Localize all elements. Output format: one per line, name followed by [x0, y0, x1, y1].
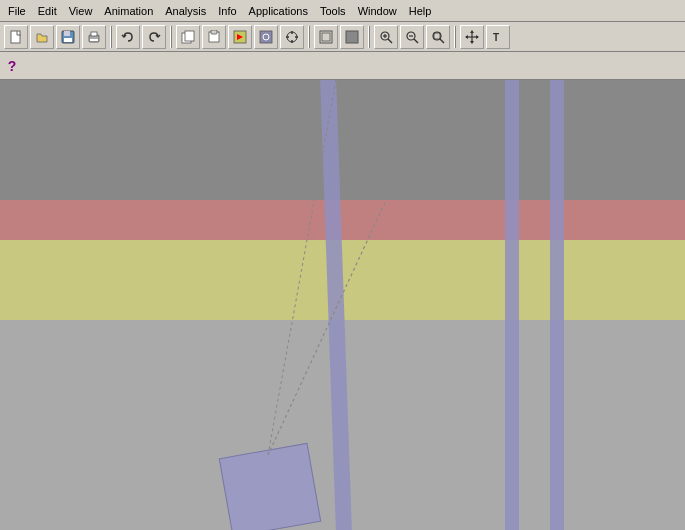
- svg-rect-2: [64, 31, 70, 36]
- undo-button[interactable]: [116, 25, 140, 49]
- menu-animation[interactable]: Animation: [98, 3, 159, 19]
- zoom-out-toolbar-icon: [404, 29, 420, 45]
- svg-rect-8: [185, 31, 194, 41]
- sep1: [110, 26, 112, 48]
- snap-icon: [284, 29, 300, 45]
- wireframe-icon: [318, 29, 334, 45]
- svg-marker-35: [470, 30, 474, 33]
- render2-button[interactable]: [254, 25, 278, 49]
- cursor-mode-indicator: ?: [4, 55, 20, 77]
- toolbar-secondary: ?: [0, 52, 685, 80]
- redo-icon: [146, 29, 162, 45]
- hanging-block[interactable]: [219, 443, 322, 530]
- menu-window[interactable]: Window: [352, 3, 403, 19]
- svg-rect-6: [90, 39, 98, 41]
- save-icon: [60, 29, 76, 45]
- toolbar-main: T: [0, 22, 685, 52]
- svg-line-31: [440, 39, 444, 43]
- move-button[interactable]: [460, 25, 484, 49]
- text-label-button[interactable]: T: [486, 25, 510, 49]
- svg-marker-36: [470, 41, 474, 44]
- svg-rect-32: [434, 33, 440, 39]
- new-button[interactable]: [4, 25, 28, 49]
- zoom-fit-toolbar-icon: [430, 29, 446, 45]
- svg-rect-21: [322, 33, 330, 41]
- svg-rect-13: [260, 31, 272, 43]
- render-icon: [232, 29, 248, 45]
- layer-pink: [0, 200, 685, 240]
- sep5: [454, 26, 456, 48]
- svg-rect-10: [211, 30, 217, 34]
- menu-view[interactable]: View: [63, 3, 99, 19]
- copy-view-button[interactable]: [176, 25, 200, 49]
- svg-rect-3: [64, 38, 72, 42]
- menu-help[interactable]: Help: [403, 3, 438, 19]
- column-3: [550, 80, 564, 530]
- svg-rect-5: [91, 32, 97, 36]
- new-icon: [8, 29, 24, 45]
- 3d-viewport[interactable]: [0, 80, 685, 530]
- text-label-icon: T: [490, 29, 506, 45]
- zoom-out-toolbar-button[interactable]: [400, 25, 424, 49]
- layer-gray-top: [0, 80, 685, 200]
- svg-text:T: T: [493, 32, 499, 43]
- solid-icon: [344, 29, 360, 45]
- wireframe-button[interactable]: [314, 25, 338, 49]
- paste-view-icon: [206, 29, 222, 45]
- paste-view-button[interactable]: [202, 25, 226, 49]
- print-icon: [86, 29, 102, 45]
- sep3: [308, 26, 310, 48]
- print-button[interactable]: [82, 25, 106, 49]
- svg-marker-38: [476, 35, 479, 39]
- undo-icon: [120, 29, 136, 45]
- open-button[interactable]: [30, 25, 54, 49]
- svg-rect-22: [346, 31, 358, 43]
- redo-button[interactable]: [142, 25, 166, 49]
- menu-file[interactable]: File: [2, 3, 32, 19]
- open-icon: [34, 29, 50, 45]
- sep2: [170, 26, 172, 48]
- zoom-in-toolbar-button[interactable]: [374, 25, 398, 49]
- menubar: File Edit View Animation Analysis Info A…: [0, 0, 685, 22]
- svg-rect-0: [11, 31, 20, 43]
- svg-line-28: [414, 39, 418, 43]
- move-icon: [464, 29, 480, 45]
- menu-tools[interactable]: Tools: [314, 3, 352, 19]
- menu-applications[interactable]: Applications: [243, 3, 314, 19]
- menu-info[interactable]: Info: [212, 3, 242, 19]
- svg-line-24: [388, 39, 392, 43]
- column-2: [505, 80, 519, 530]
- menu-edit[interactable]: Edit: [32, 3, 63, 19]
- render-button[interactable]: [228, 25, 252, 49]
- copy-view-icon: [180, 29, 196, 45]
- save-button[interactable]: [56, 25, 80, 49]
- solid-button[interactable]: [340, 25, 364, 49]
- menu-analysis[interactable]: Analysis: [159, 3, 212, 19]
- sep4: [368, 26, 370, 48]
- render2-icon: [258, 29, 274, 45]
- svg-marker-37: [465, 35, 468, 39]
- snap-button[interactable]: [280, 25, 304, 49]
- zoom-fit-toolbar-button[interactable]: [426, 25, 450, 49]
- zoom-in-toolbar-icon: [378, 29, 394, 45]
